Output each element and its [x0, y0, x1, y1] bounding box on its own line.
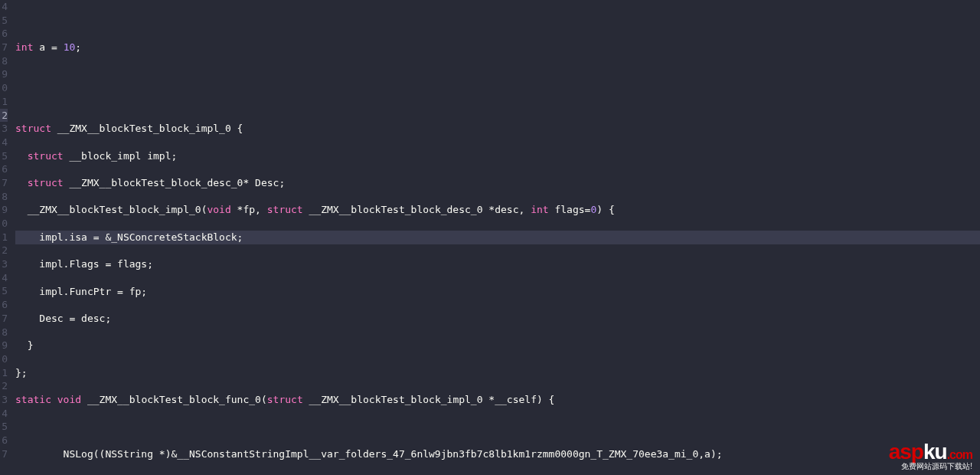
line-number: 9: [0, 203, 8, 217]
line-gutter: 4567890123456789012345678901234567: [0, 0, 11, 475]
code-line: [15, 95, 980, 109]
code-line: [15, 421, 980, 434]
code-line: impl.FuncPtr = fp;: [15, 285, 980, 299]
line-number: 2: [0, 109, 8, 123]
code-line: impl.Flags = flags;: [15, 257, 980, 271]
code-line: Desc = desc;: [15, 312, 980, 326]
line-number: 6: [0, 27, 8, 41]
line-number: 0: [0, 352, 8, 366]
line-number: 6: [0, 162, 8, 176]
line-number: 0: [0, 217, 8, 231]
line-number: 4: [0, 136, 8, 149]
line-number: 5: [0, 149, 8, 163]
code-line: NSLog((NSString *)&__NSConstantStringImp…: [15, 447, 980, 461]
code-line: };: [15, 366, 980, 380]
code-line: struct __block_impl impl;: [15, 149, 980, 163]
line-number: 8: [0, 326, 8, 339]
code-content[interactable]: int a = 10; struct __ZMX__blockTest_bloc…: [11, 0, 980, 475]
line-number: 3: [0, 122, 8, 136]
line-number: 1: [0, 95, 8, 109]
line-number: 6: [0, 434, 8, 447]
line-number: 4: [0, 0, 8, 14]
line-number: 9: [0, 67, 8, 81]
code-editor[interactable]: 4567890123456789012345678901234567 int a…: [0, 0, 980, 475]
line-number: 5: [0, 284, 8, 298]
line-number: 8: [0, 54, 8, 68]
line-number: 6: [0, 298, 8, 312]
line-number: 7: [0, 312, 8, 326]
code-line: static void __ZMX__blockTest_block_func_…: [15, 393, 980, 407]
line-number: 1: [0, 366, 8, 380]
code-line-highlighted: impl.isa = &_NSConcreteStackBlock;: [15, 231, 980, 244]
line-number: 5: [0, 420, 8, 434]
line-number: 9: [0, 339, 8, 352]
line-number: 2: [0, 379, 8, 393]
code-line: [15, 14, 980, 28]
code-line: [15, 67, 980, 81]
line-number: 0: [0, 81, 8, 95]
line-number: 4: [0, 271, 8, 285]
line-number: 5: [0, 14, 8, 28]
line-number: 7: [0, 176, 8, 190]
line-number: 2: [0, 244, 8, 257]
code-line: }: [15, 339, 980, 352]
line-number: 7: [0, 41, 8, 54]
line-number: 1: [0, 231, 8, 244]
code-line: struct __ZMX__blockTest_block_desc_0* De…: [15, 176, 980, 190]
code-line: int a = 10;: [15, 41, 980, 54]
line-number: 7: [0, 447, 8, 461]
line-number: 3: [0, 257, 8, 271]
code-line: __ZMX__blockTest_block_impl_0(void *fp, …: [15, 203, 980, 217]
line-number: 4: [0, 407, 8, 421]
line-number: 3: [0, 393, 8, 407]
line-number: 8: [0, 190, 8, 204]
code-line: struct __ZMX__blockTest_block_impl_0 {: [15, 122, 980, 136]
